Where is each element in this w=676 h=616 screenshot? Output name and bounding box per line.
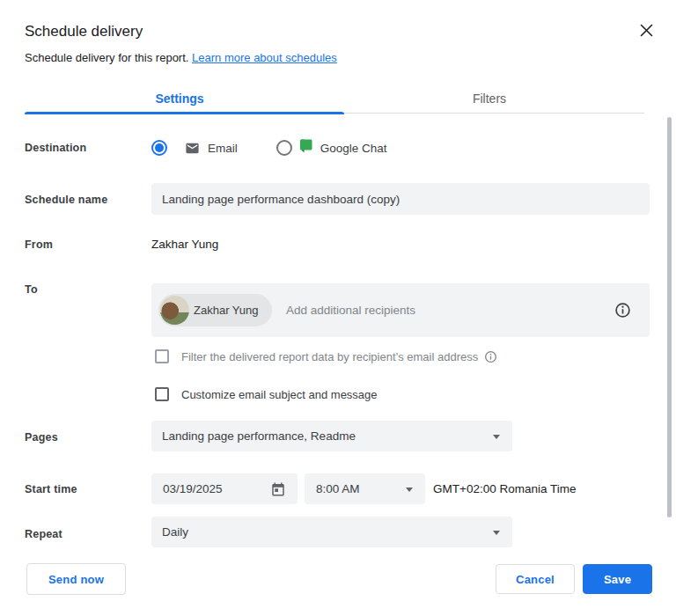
avatar: [160, 296, 189, 325]
scrollbar[interactable]: [667, 117, 672, 517]
chevron-down-icon: [493, 531, 500, 535]
calendar-icon: [270, 481, 286, 500]
start-time-value: 8:00 AM: [316, 482, 360, 495]
start-date-value: 03/19/2025: [163, 482, 223, 495]
filter-by-recipient-checkbox[interactable]: [155, 349, 169, 363]
google-chat-radio[interactable]: [276, 140, 292, 156]
filter-by-recipient-label: Filter the delivered report data by reci…: [181, 350, 478, 363]
pages-label: Pages: [25, 431, 58, 444]
schedule-name-field: [151, 183, 650, 215]
from-value: Zakhar Yung: [151, 238, 218, 251]
pages-value: Landing page performance, Readme: [162, 429, 356, 443]
google-chat-option-label[interactable]: Google Chat: [320, 142, 387, 155]
customize-email-label: Customize email subject and message: [181, 388, 378, 401]
filter-info-icon[interactable]: [484, 350, 497, 363]
tab-settings[interactable]: Settings: [25, 84, 334, 113]
destination-options: Email Google Chat: [151, 139, 387, 157]
tab-filters[interactable]: Filters: [334, 84, 644, 113]
email-icon: [183, 141, 202, 156]
page-title: Schedule delivery: [25, 23, 143, 40]
add-recipients-placeholder[interactable]: Add additional recipients: [286, 283, 415, 337]
tab-bar: Settings Filters: [25, 84, 644, 114]
from-label: From: [25, 238, 53, 251]
start-time-dropdown[interactable]: 8:00 AM: [305, 473, 425, 504]
repeat-value: Daily: [162, 525, 188, 539]
to-recipients-field[interactable]: Zakhar Yung Add additional recipients: [151, 283, 650, 337]
filter-by-recipient-row: Filter the delivered report data by reci…: [155, 349, 497, 363]
schedule-name-label: Schedule name: [25, 194, 107, 206]
recipient-chip-name: Zakhar Yung: [194, 304, 258, 317]
schedule-name-input[interactable]: [162, 193, 639, 206]
chevron-down-icon: [493, 435, 500, 439]
cancel-button[interactable]: Cancel: [496, 564, 575, 594]
dialog-subtitle: Schedule delivery for this report. Learn…: [25, 51, 337, 64]
schedule-delivery-dialog: Schedule delivery Schedule delivery for …: [0, 0, 676, 616]
email-option-label[interactable]: Email: [208, 142, 238, 155]
repeat-dropdown[interactable]: Daily: [151, 517, 512, 547]
recipients-info-icon[interactable]: [614, 302, 631, 321]
subtitle-text: Schedule delivery for this report.: [25, 51, 192, 64]
start-time-label: Start time: [25, 483, 77, 495]
start-date-picker[interactable]: 03/19/2025: [151, 473, 298, 504]
to-label: To: [25, 283, 38, 296]
customize-email-checkbox[interactable]: [155, 387, 169, 401]
learn-more-link[interactable]: Learn more about schedules: [192, 51, 337, 64]
close-icon[interactable]: [636, 19, 657, 40]
email-radio[interactable]: [151, 140, 167, 156]
active-tab-indicator: [25, 112, 344, 114]
google-chat-icon: [298, 138, 313, 154]
save-button[interactable]: Save: [583, 564, 652, 594]
destination-label: Destination: [25, 142, 86, 154]
recipient-chip[interactable]: Zakhar Yung: [158, 294, 272, 326]
customize-email-row: Customize email subject and message: [155, 387, 378, 401]
timezone-text: GMT+02:00 Romania Time: [433, 482, 576, 495]
repeat-label: Repeat: [25, 528, 62, 540]
chevron-down-icon: [406, 488, 413, 492]
send-now-button[interactable]: Send now: [26, 563, 126, 595]
pages-dropdown[interactable]: Landing page performance, Readme: [151, 421, 512, 451]
